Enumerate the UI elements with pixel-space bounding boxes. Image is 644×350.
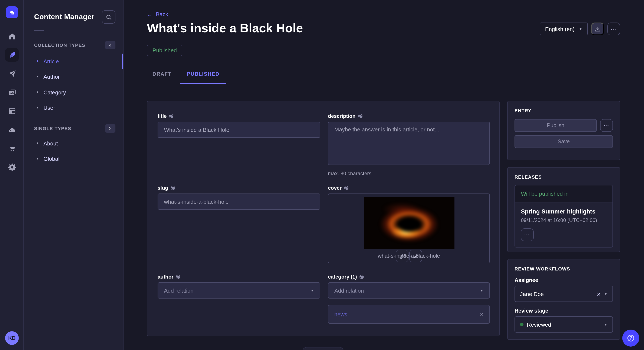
description-textarea[interactable]: Maybe the answer is in this article, or … — [328, 122, 490, 165]
globe-icon — [170, 185, 175, 190]
rail-divider — [0, 24, 24, 24]
more-icon: ••• — [524, 233, 530, 236]
layout-icon[interactable] — [5, 104, 19, 118]
review-stage-label: Review stage — [514, 308, 613, 314]
content-manager-sidebar: Content Manager COLLECTION TYPES 4 Artic… — [24, 0, 124, 350]
description-hint: max. 80 characters — [328, 171, 490, 176]
sidebar-divider — [34, 30, 44, 31]
collection-types-count-badge: 4 — [105, 41, 116, 49]
search-icon — [106, 14, 112, 20]
locale-select[interactable]: English (en) ▼ — [540, 22, 588, 35]
settings-gear-icon[interactable] — [5, 160, 19, 174]
sidebar-item-user[interactable]: User — [34, 101, 120, 114]
title-label: title — [158, 112, 320, 120]
category-relation-select[interactable]: Add relation ▼ — [328, 282, 490, 299]
chevron-down-icon: ▼ — [310, 289, 314, 292]
releases-panel: RELEASES Will be published in Spring Sum… — [507, 167, 620, 252]
author-label: author — [158, 273, 320, 281]
chevron-down-icon: ▼ — [604, 292, 607, 296]
release-status: Will be published in — [515, 185, 612, 202]
bullet-icon — [37, 158, 38, 160]
help-button[interactable] — [622, 330, 639, 347]
review-stage-value: Reviewed — [527, 321, 600, 328]
entry-panel: ENTRY Publish ••• Save — [507, 101, 620, 160]
entry-form-card: title description Maybe the answer is in… — [147, 101, 500, 336]
globe-icon — [358, 114, 363, 119]
cover-label: cover — [328, 184, 490, 192]
sidebar-item-author[interactable]: Author — [34, 70, 120, 83]
collection-types-label: COLLECTION TYPES — [34, 42, 85, 48]
cart-icon[interactable] — [5, 142, 19, 155]
save-button[interactable]: Save — [514, 135, 613, 148]
main-content: ← Back What's inside a Black Hole Publis… — [124, 0, 644, 350]
tab-draft[interactable]: DRAFT — [147, 68, 180, 84]
bullet-icon — [37, 143, 38, 144]
globe-icon — [169, 114, 174, 119]
review-workflows-panel: REVIEW WORKFLOWS Assignee Jane Doe × ▼ R… — [507, 259, 620, 340]
publish-button[interactable]: Publish — [514, 119, 597, 132]
cover-asset-card: what-s-inside-a-black-hole — [328, 193, 490, 263]
sidebar-item-global[interactable]: Global — [34, 152, 120, 165]
user-avatar[interactable]: KD — [5, 331, 19, 345]
header-actions: English (en) ▼ ••• — [540, 22, 620, 35]
search-button[interactable] — [102, 10, 116, 24]
bullet-icon — [37, 60, 38, 62]
chevron-down-icon: ▼ — [604, 323, 607, 326]
content-manager-feather-icon[interactable] — [5, 48, 19, 62]
back-link[interactable]: ← Back — [147, 11, 168, 17]
strapi-logo-glyph — [8, 9, 15, 16]
download-button[interactable] — [591, 22, 604, 35]
sidebar-item-category[interactable]: Category — [34, 86, 120, 99]
media-library-icon[interactable] — [5, 85, 19, 99]
sidebar-item-label: Category — [44, 89, 66, 95]
cover-caption: what-s-inside-a-black-hole — [328, 253, 490, 259]
assignee-value: Jane Doe — [520, 291, 594, 297]
slug-input[interactable] — [158, 193, 320, 210]
author-relation-select[interactable]: Add relation ▼ — [158, 282, 320, 299]
strapi-logo-icon[interactable] — [6, 6, 18, 18]
release-body: Spring Summer highlights 09/11/2024 at 1… — [515, 202, 612, 247]
cover-image — [364, 197, 454, 249]
page-title: What's inside a Black Hole — [147, 21, 303, 35]
title-input[interactable] — [158, 122, 320, 138]
right-panel: ENTRY Publish ••• Save RELEASES Will be … — [507, 101, 620, 340]
cloud-icon[interactable] — [5, 123, 19, 137]
sidebar-item-about[interactable]: About — [34, 137, 120, 150]
remove-relation-icon[interactable]: × — [480, 311, 484, 318]
bullet-icon — [37, 107, 38, 108]
description-field-group: description Maybe the answer is in this … — [328, 112, 490, 176]
release-more-button[interactable]: ••• — [521, 228, 534, 241]
sidebar-item-article[interactable]: Article — [34, 55, 120, 68]
tab-published[interactable]: PUBLISHED — [180, 68, 226, 84]
sidebar-item-label: About — [44, 140, 58, 147]
category-field-group: category (1) Add relation ▼ news × — [328, 273, 490, 324]
release-card: Will be published in Spring Summer highl… — [514, 185, 613, 247]
review-stage-select[interactable]: Reviewed ▼ — [514, 316, 613, 333]
assignee-combobox[interactable]: Jane Doe × ▼ — [514, 286, 613, 302]
question-mark-icon — [626, 334, 635, 342]
entry-more-button[interactable]: ••• — [600, 119, 613, 132]
status-badge: Published — [147, 45, 182, 56]
review-workflows-heading: REVIEW WORKFLOWS — [514, 266, 613, 271]
clear-assignee-icon[interactable]: × — [597, 290, 601, 298]
bullet-icon — [37, 76, 38, 77]
more-icon: ••• — [604, 124, 610, 127]
sidebar-title: Content Manager — [34, 13, 94, 21]
download-icon — [594, 26, 601, 32]
draft-published-tabs: DRAFT PUBLISHED — [147, 68, 226, 84]
send-icon[interactable] — [5, 67, 19, 80]
home-icon[interactable] — [5, 29, 19, 43]
globe-icon — [359, 274, 364, 279]
globe-icon — [176, 274, 181, 279]
header-more-button[interactable]: ••• — [607, 22, 620, 35]
collection-types-section: COLLECTION TYPES 4 — [34, 41, 116, 49]
active-item-indicator — [122, 54, 123, 69]
single-types-section: SINGLE TYPES 2 — [34, 124, 116, 133]
release-name: Spring Summer highlights — [521, 208, 606, 215]
chevron-down-icon: ▼ — [579, 27, 582, 31]
sidebar-item-label: Global — [44, 156, 60, 162]
back-label: Back — [156, 11, 168, 17]
category-tag-link[interactable]: news — [334, 311, 347, 318]
sidebar-item-label: User — [44, 104, 55, 111]
slug-field-group: slug — [158, 184, 320, 210]
